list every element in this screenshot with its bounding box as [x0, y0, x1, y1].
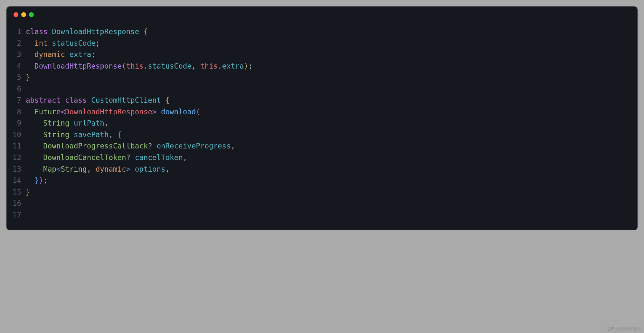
code-window: 1class DownloadHttpResponse {2 int statu…	[6, 6, 638, 230]
code-line[interactable]: 5}	[6, 72, 638, 83]
line-number: 16	[6, 198, 26, 209]
code-token	[69, 119, 74, 127]
line-content[interactable]: Future<DownloadHttpResponse> download(	[26, 106, 638, 118]
code-token: String	[61, 165, 87, 173]
code-token: ,	[109, 130, 117, 139]
code-token: dynamic	[96, 165, 126, 173]
line-number: 5	[6, 72, 26, 83]
code-token: ?	[126, 153, 135, 162]
code-token: extra	[222, 62, 244, 70]
footer-credit: @稀土掘金技术社区	[607, 326, 641, 332]
code-token: ,	[183, 153, 187, 162]
minimize-button[interactable]	[21, 12, 26, 17]
code-token: ,	[231, 142, 235, 150]
line-number: 17	[6, 209, 26, 221]
code-token: DownloadHttpResponse	[34, 62, 122, 70]
code-token: options	[135, 165, 166, 173]
code-line[interactable]: 1class DownloadHttpResponse {	[6, 26, 638, 38]
code-token	[161, 96, 166, 104]
line-content[interactable]: int statusCode;	[26, 38, 638, 49]
window-controls	[6, 6, 638, 20]
code-line[interactable]: 15}	[6, 186, 638, 198]
line-content[interactable]: Map<String, dynamic> options,	[26, 164, 638, 175]
code-line[interactable]: 10 String savePath, {	[6, 129, 638, 141]
line-content[interactable]: String savePath, {	[26, 129, 638, 141]
code-token: <	[56, 165, 61, 173]
line-content[interactable]	[26, 198, 638, 209]
code-line[interactable]: 13 Map<String, dynamic> options,	[6, 164, 638, 175]
line-number: 2	[6, 38, 26, 49]
line-content[interactable]: abstract class CustomHttpClient {	[26, 95, 638, 106]
code-token: >	[152, 108, 157, 116]
line-content[interactable]: }	[26, 72, 638, 83]
code-token: }	[26, 188, 30, 196]
code-token: {	[166, 96, 170, 104]
code-line[interactable]: 9 String urlPath,	[6, 118, 638, 129]
code-line[interactable]: 3 dynamic extra;	[6, 49, 638, 61]
code-token: ;	[96, 39, 100, 47]
line-content[interactable]	[26, 209, 638, 221]
code-token: <	[61, 108, 65, 116]
code-line[interactable]: 16	[6, 198, 638, 209]
code-token: .	[218, 62, 222, 70]
code-token: }	[26, 73, 30, 81]
code-line[interactable]: 12 DownloadCancelToken? cancelToken,	[6, 152, 638, 164]
code-line[interactable]: 2 int statusCode;	[6, 38, 638, 49]
code-token: }	[34, 176, 39, 185]
line-number: 9	[6, 118, 26, 129]
code-token: String	[43, 130, 69, 139]
code-token: (	[122, 62, 126, 70]
code-line[interactable]: 11 DownloadProgressCallback? onReceivePr…	[6, 140, 638, 152]
code-line[interactable]: 14 });	[6, 175, 638, 186]
maximize-button[interactable]	[29, 12, 34, 17]
code-token: )	[39, 176, 43, 185]
line-number: 7	[6, 95, 26, 106]
code-token: ;	[91, 50, 96, 59]
code-token: ?	[148, 142, 156, 150]
code-token: ,	[192, 62, 200, 70]
line-number: 10	[6, 129, 26, 141]
code-line[interactable]: 6	[6, 83, 638, 95]
code-token: >	[126, 165, 131, 173]
line-number: 15	[6, 186, 26, 198]
line-number: 14	[6, 175, 26, 186]
code-token	[69, 130, 74, 139]
line-content[interactable]: });	[26, 175, 638, 186]
line-content[interactable]: }	[26, 186, 638, 198]
code-token: this	[126, 62, 144, 70]
code-token	[156, 108, 161, 116]
code-token: onReceiveProgress	[156, 142, 231, 150]
code-token: int	[34, 39, 48, 47]
code-token: ,	[166, 165, 170, 173]
code-token: DownloadHttpResponse	[65, 108, 152, 116]
code-token: {	[117, 130, 122, 139]
line-number: 6	[6, 83, 26, 95]
line-content[interactable]: DownloadCancelToken? cancelToken,	[26, 152, 638, 164]
line-number: 13	[6, 164, 26, 175]
code-token: (	[196, 108, 200, 116]
line-content[interactable]: dynamic extra;	[26, 49, 638, 61]
code-token: class	[26, 27, 52, 36]
code-token: download	[161, 108, 196, 116]
code-token: Future	[34, 108, 61, 116]
line-content[interactable]: class DownloadHttpResponse {	[26, 26, 638, 38]
line-content[interactable]: String urlPath,	[26, 118, 638, 129]
code-line[interactable]: 8 Future<DownloadHttpResponse> download(	[6, 106, 638, 118]
line-number: 11	[6, 140, 26, 152]
line-content[interactable]: DownloadHttpResponse(this.statusCode, th…	[26, 61, 638, 72]
code-token: .	[144, 62, 148, 70]
code-token: ;	[43, 176, 48, 185]
line-content[interactable]: DownloadProgressCallback? onReceiveProgr…	[26, 140, 638, 152]
code-token: DownloadCancelToken	[43, 153, 126, 162]
code-editor[interactable]: 1class DownloadHttpResponse {2 int statu…	[6, 20, 638, 230]
code-line[interactable]: 7abstract class CustomHttpClient {	[6, 95, 638, 106]
line-content[interactable]	[26, 83, 638, 95]
code-token	[48, 39, 52, 47]
code-token: this	[200, 62, 218, 70]
code-line[interactable]: 17	[6, 209, 638, 221]
close-button[interactable]	[14, 12, 18, 17]
code-token: cancelToken	[135, 153, 183, 162]
code-token: ,	[104, 119, 109, 127]
code-line[interactable]: 4 DownloadHttpResponse(this.statusCode, …	[6, 61, 638, 72]
line-number: 4	[6, 61, 26, 72]
